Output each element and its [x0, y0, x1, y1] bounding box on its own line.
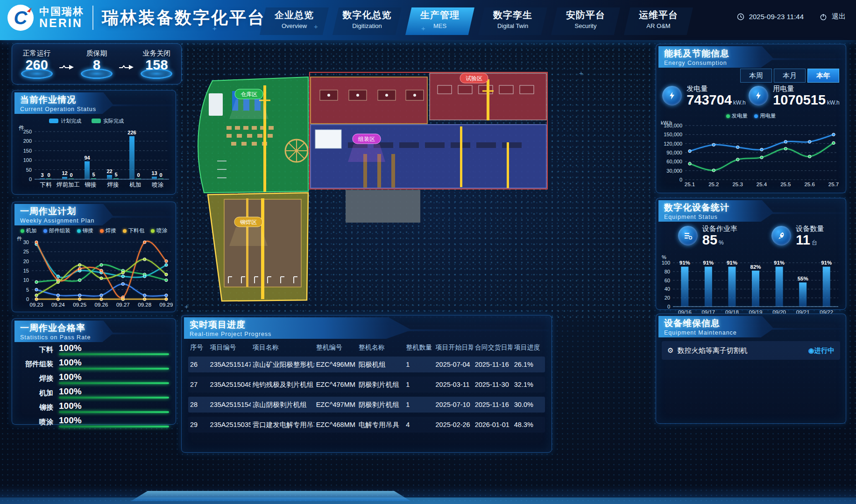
svg-text:铆接: 铆接 — [85, 182, 97, 188]
svg-text:喷涂: 喷涂 — [152, 182, 164, 188]
zone-label-testing: 试验区 — [460, 73, 488, 83]
logout-icon[interactable] — [820, 13, 827, 21]
nav-tab-digitization[interactable]: 数字化总览Digitization — [332, 7, 402, 35]
lightning-icon — [668, 91, 676, 100]
panel-title: 当前作业情况 — [14, 92, 173, 106]
svg-text:25.1: 25.1 — [685, 182, 695, 187]
datetime: 2025-09-23 11:44 — [749, 13, 804, 21]
nav-tab-overview[interactable]: 企业总览Overview — [260, 7, 329, 35]
svg-text:0: 0 — [159, 172, 162, 178]
flow-arrow-icon — [119, 64, 134, 70]
nav-tab-digital-twin[interactable]: 数字孪生Digital Twin — [478, 7, 547, 35]
progress-bar — [59, 426, 169, 427]
energy-range-tabs: 本周本月本年 — [740, 69, 839, 83]
progress-bar — [59, 382, 169, 384]
truck — [209, 93, 223, 116]
metric: 设备数量 11台 — [771, 224, 824, 247]
header: C 中国瑞林 NERIN 瑞林装备数字化平台 企业总览Overview数字化总览… — [0, 0, 856, 40]
stat-item: 正常运行260 — [15, 49, 58, 79]
svg-text:0: 0 — [667, 304, 670, 309]
svg-text:91%: 91% — [703, 260, 714, 266]
panel-title: 数字化设备统计 — [658, 200, 843, 214]
svg-text:200: 200 — [23, 138, 32, 144]
equipment-chart: %02040608010091%09/1691%09/1791%09/1882%… — [659, 253, 843, 308]
svg-text:%: % — [662, 254, 666, 260]
metric: 用电量 1070515kW.h — [749, 84, 840, 107]
svg-text:5: 5 — [92, 172, 95, 177]
energy-panel: 能耗及节能信息 Energy Consumption 本周本月本年 发电量 74… — [656, 44, 846, 193]
legend-item: 机加 — [21, 227, 37, 234]
svg-text:09.28: 09.28 — [138, 302, 151, 308]
svg-text:25.2: 25.2 — [708, 182, 719, 187]
progress-bar — [59, 397, 169, 399]
svg-text:30: 30 — [23, 239, 29, 245]
logo-divider — [92, 6, 93, 30]
svg-text:91%: 91% — [679, 260, 690, 266]
svg-text:09.29: 09.29 — [160, 302, 173, 308]
equipment-panel: 数字化设备统计 Equipment Status 设备作业率 85% 设备数量 … — [656, 198, 846, 310]
svg-text:150,000: 150,000 — [664, 132, 682, 137]
nav-tab-security[interactable]: 安防平台Security — [551, 7, 620, 35]
maintenance-item: ⚙ 数控火焰等离子切割机 ◉进行中 — [662, 341, 840, 360]
svg-text:15: 15 — [23, 268, 29, 273]
svg-text:100: 100 — [23, 157, 32, 163]
panel-subtitle: Current Operation Status — [14, 106, 173, 112]
legend-item: 下料包 — [123, 227, 145, 234]
svg-text:13: 13 — [151, 170, 157, 176]
svg-text:94: 94 — [84, 155, 90, 161]
svg-text:0: 0 — [26, 296, 29, 302]
svg-text:焊接: 焊接 — [107, 182, 119, 188]
svg-text:91%: 91% — [727, 260, 737, 266]
factory-3d-map[interactable]: 仓库区 试验区 组装区 铆焊区 — [180, 44, 651, 313]
energy-tab[interactable]: 本年 — [807, 69, 839, 83]
svg-text:25.7: 25.7 — [828, 182, 839, 187]
svg-text:20: 20 — [23, 259, 29, 264]
svg-text:0: 0 — [29, 176, 32, 182]
svg-text:100: 100 — [662, 260, 670, 266]
panel-subtitle: Statistics on Pass Rate — [14, 334, 173, 341]
logo-cn: 中国瑞林 — [39, 6, 84, 17]
equipment-metrics: 设备作业率 85% 设备数量 11台 — [661, 224, 841, 247]
stat-item: 质保期8 — [75, 49, 118, 79]
svg-text:0: 0 — [47, 172, 50, 178]
main-nav: 企业总览Overview数字化总览Digitization生产管理MES数字孪生… — [260, 7, 693, 35]
svg-text:铆焊区: 铆焊区 — [240, 219, 257, 225]
svg-text:60: 60 — [665, 278, 670, 283]
svg-text:计划完成: 计划完成 — [61, 118, 81, 124]
svg-text:09.25: 09.25 — [73, 302, 86, 308]
logo: C 中国瑞林 NERIN 瑞林装备数字化平台 — [7, 5, 266, 31]
svg-text:82%: 82% — [750, 264, 761, 270]
panel-title: 能耗及节能信息 — [658, 46, 843, 60]
svg-text:件: 件 — [17, 236, 22, 241]
svg-text:试验区: 试验区 — [466, 75, 482, 82]
svg-text:120,000: 120,000 — [664, 141, 682, 147]
nav-tab-ar-o-m[interactable]: 运维平台AR O&M — [624, 7, 693, 35]
svg-text:5: 5 — [114, 172, 117, 177]
svg-text:50: 50 — [26, 167, 32, 173]
dashboard: C 中国瑞林 NERIN 瑞林装备数字化平台 企业总览Overview数字化总览… — [0, 0, 856, 504]
energy-legend: 发电量用电量 — [656, 112, 846, 119]
svg-text:0: 0 — [137, 172, 140, 178]
pass-rate-list: 下料 100% 部件组装 100% 焊接 100% 机加 100% 铆接 100… — [17, 344, 169, 431]
legend-item: 发电量 — [726, 112, 748, 119]
logout-button[interactable]: 退出 — [832, 12, 846, 21]
svg-text:40: 40 — [665, 286, 670, 292]
gear-icon: ⚙ — [667, 346, 673, 355]
checklist-icon — [683, 231, 693, 240]
legend-item: 部件组装 — [43, 227, 71, 234]
progress-bar — [59, 353, 169, 355]
svg-text:09.24: 09.24 — [51, 302, 65, 308]
svg-text:20: 20 — [665, 295, 670, 301]
svg-text:机加: 机加 — [129, 182, 141, 188]
svg-text:150: 150 — [23, 148, 32, 154]
footer-decoration — [0, 485, 856, 504]
svg-text:5: 5 — [26, 287, 29, 293]
nav-tab-mes[interactable]: 生产管理MES — [405, 7, 474, 35]
energy-tab[interactable]: 本月 — [774, 69, 806, 83]
svg-text:组装区: 组装区 — [358, 136, 375, 142]
energy-tab[interactable]: 本周 — [740, 69, 772, 83]
progress-bar — [59, 368, 169, 370]
legend-item: 铆接 — [77, 227, 93, 234]
svg-text:12: 12 — [62, 170, 67, 176]
metric: 设备作业率 85% — [678, 224, 737, 247]
